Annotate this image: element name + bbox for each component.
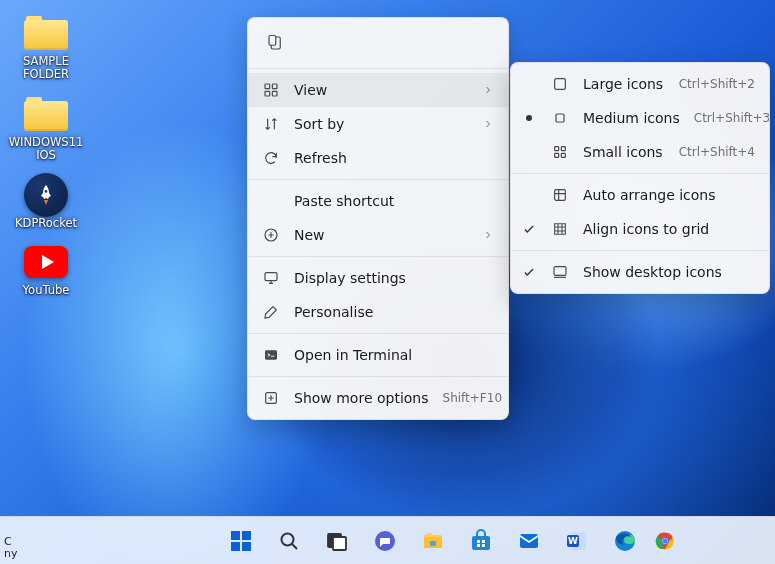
menu-item-display-settings[interactable]: Display settings bbox=[248, 261, 508, 295]
taskbar-left-text[interactable]: C ny bbox=[4, 536, 17, 560]
submenu-item-label: Small icons bbox=[583, 144, 665, 160]
svg-rect-32 bbox=[477, 544, 480, 547]
svg-rect-31 bbox=[482, 540, 485, 543]
submenu-item-align-to-grid[interactable]: Align icons to grid bbox=[511, 212, 769, 246]
svg-rect-13 bbox=[555, 147, 559, 151]
svg-rect-14 bbox=[561, 147, 565, 151]
svg-rect-33 bbox=[482, 544, 485, 547]
menu-item-label: Paste shortcut bbox=[294, 193, 494, 209]
taskbar-mail-button[interactable] bbox=[509, 521, 549, 561]
chevron-right-icon bbox=[482, 84, 494, 96]
desktop-icon-kdprocket[interactable]: KDPRocket bbox=[6, 176, 86, 230]
taskbar-edge-button[interactable] bbox=[605, 521, 645, 561]
taskbar-chrome-button[interactable] bbox=[653, 521, 675, 561]
separator bbox=[511, 250, 769, 251]
medium-icons-icon bbox=[551, 109, 569, 127]
paste-button-icon[interactable] bbox=[258, 28, 292, 58]
taskbar-chat-button[interactable] bbox=[365, 521, 405, 561]
menu-item-label: Show more options bbox=[294, 390, 429, 406]
refresh-icon bbox=[262, 149, 280, 167]
submenu-item-label: Auto arrange icons bbox=[583, 187, 755, 203]
svg-rect-1 bbox=[269, 36, 276, 46]
svg-rect-3 bbox=[272, 84, 277, 89]
taskbar-search-button[interactable] bbox=[269, 521, 309, 561]
separator bbox=[511, 173, 769, 174]
submenu-item-medium-icons[interactable]: Medium icons Ctrl+Shift+3 bbox=[511, 101, 769, 135]
menu-item-label: Personalise bbox=[294, 304, 494, 320]
desktop-icon-label: WINDOWS11 IOS bbox=[6, 136, 86, 162]
menu-item-label: Display settings bbox=[294, 270, 494, 286]
rocket-icon bbox=[24, 176, 68, 214]
check-icon bbox=[521, 265, 537, 279]
menu-item-label: Refresh bbox=[294, 150, 494, 166]
submenu-item-label: Show desktop icons bbox=[583, 264, 755, 280]
menu-item-view[interactable]: View bbox=[248, 73, 508, 107]
menu-item-refresh[interactable]: Refresh bbox=[248, 141, 508, 175]
submenu-item-shortcut: Ctrl+Shift+2 bbox=[679, 77, 755, 91]
menu-item-open-terminal[interactable]: Open in Terminal bbox=[248, 338, 508, 372]
submenu-item-show-desktop-icons[interactable]: Show desktop icons bbox=[511, 255, 769, 289]
menu-item-sort-by[interactable]: Sort by bbox=[248, 107, 508, 141]
menu-item-label: Sort by bbox=[294, 116, 468, 132]
submenu-item-small-icons[interactable]: Small icons Ctrl+Shift+4 bbox=[511, 135, 769, 169]
bullet-selected-icon bbox=[521, 114, 537, 122]
desktop-icons-icon bbox=[551, 263, 569, 281]
taskbar-word-button[interactable]: W bbox=[557, 521, 597, 561]
taskbar-taskview-button[interactable] bbox=[317, 521, 357, 561]
taskbar-store-button[interactable] bbox=[461, 521, 501, 561]
svg-rect-18 bbox=[554, 267, 566, 276]
taskbar-start-button[interactable] bbox=[221, 521, 261, 561]
large-icons-icon bbox=[551, 75, 569, 93]
svg-rect-10 bbox=[555, 79, 566, 90]
brush-icon bbox=[262, 303, 280, 321]
taskbar-explorer-button[interactable] bbox=[413, 521, 453, 561]
auto-arrange-icon bbox=[551, 186, 569, 204]
menu-item-label: Open in Terminal bbox=[294, 347, 494, 363]
submenu-item-label: Medium icons bbox=[583, 110, 680, 126]
grid-icon bbox=[262, 81, 280, 99]
taskbar: C ny W bbox=[0, 516, 775, 564]
svg-rect-29 bbox=[472, 536, 490, 550]
folder-icon bbox=[24, 95, 68, 133]
taskbar-center: W bbox=[101, 521, 675, 561]
desktop-icon-sample-folder[interactable]: SAMPLE FOLDER bbox=[6, 14, 86, 81]
small-icons-icon bbox=[551, 143, 569, 161]
separator bbox=[248, 68, 508, 69]
display-icon bbox=[262, 269, 280, 287]
svg-point-23 bbox=[281, 533, 293, 545]
submenu-item-large-icons[interactable]: Large icons Ctrl+Shift+2 bbox=[511, 67, 769, 101]
terminal-icon bbox=[262, 346, 280, 364]
menu-item-new[interactable]: New bbox=[248, 218, 508, 252]
folder-icon bbox=[24, 14, 68, 52]
menu-item-paste-shortcut[interactable]: Paste shortcut bbox=[248, 184, 508, 218]
submenu-item-auto-arrange[interactable]: Auto arrange icons bbox=[511, 178, 769, 212]
svg-point-42 bbox=[662, 538, 667, 543]
submenu-item-label: Align icons to grid bbox=[583, 221, 755, 237]
menu-item-personalise[interactable]: Personalise bbox=[248, 295, 508, 329]
desktop-icon-label: KDPRocket bbox=[15, 217, 77, 230]
more-options-icon bbox=[262, 389, 280, 407]
desktop-icon-label: YouTube bbox=[23, 284, 70, 297]
svg-rect-21 bbox=[231, 542, 240, 551]
submenu-item-label: Large icons bbox=[583, 76, 665, 92]
svg-rect-28 bbox=[430, 541, 436, 546]
svg-rect-17 bbox=[555, 190, 566, 201]
menu-item-show-more-options[interactable]: Show more options Shift+F10 bbox=[248, 381, 508, 415]
svg-rect-7 bbox=[265, 273, 277, 281]
chevron-right-icon bbox=[482, 118, 494, 130]
svg-rect-30 bbox=[477, 540, 480, 543]
desktop-icon-windows11-ios[interactable]: WINDOWS11 IOS bbox=[6, 95, 86, 162]
menu-item-label: New bbox=[294, 227, 468, 243]
svg-rect-4 bbox=[265, 91, 270, 96]
align-grid-icon bbox=[551, 220, 569, 238]
desktop-icon-youtube[interactable]: YouTube bbox=[6, 243, 86, 297]
plus-circle-icon bbox=[262, 226, 280, 244]
svg-rect-16 bbox=[561, 153, 565, 157]
svg-rect-5 bbox=[272, 91, 277, 96]
svg-rect-15 bbox=[555, 153, 559, 157]
menu-item-shortcut: Shift+F10 bbox=[443, 391, 503, 405]
menu-item-label: View bbox=[294, 82, 468, 98]
submenu-item-shortcut: Ctrl+Shift+3 bbox=[694, 111, 770, 125]
chevron-right-icon bbox=[482, 229, 494, 241]
svg-rect-8 bbox=[265, 350, 277, 359]
